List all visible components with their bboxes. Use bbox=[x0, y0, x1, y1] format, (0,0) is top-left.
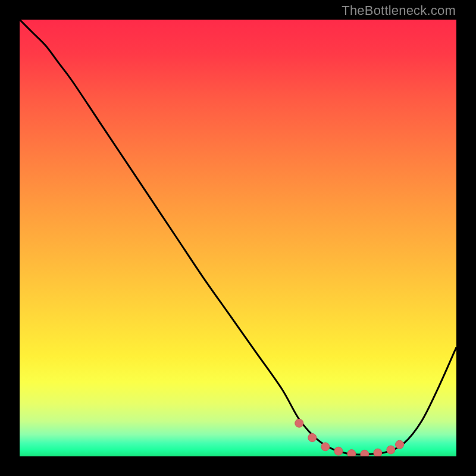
optimal-marker bbox=[374, 449, 382, 456]
bottleneck-curve bbox=[20, 20, 456, 455]
optimal-marker bbox=[396, 440, 404, 449]
optimal-marker bbox=[308, 433, 317, 441]
optimal-marker bbox=[387, 446, 395, 454]
optimal-marker bbox=[334, 447, 343, 455]
optimal-marker bbox=[295, 419, 303, 427]
optimal-marker bbox=[361, 450, 369, 456]
optimal-marker bbox=[321, 443, 330, 451]
optimal-marker bbox=[347, 450, 356, 456]
chart-frame: TheBottleneck.com bbox=[0, 0, 476, 476]
watermark-text: TheBottleneck.com bbox=[342, 3, 456, 18]
optimal-region-markers bbox=[295, 419, 404, 456]
curve-layer bbox=[20, 20, 456, 456]
plot-area bbox=[20, 20, 456, 456]
